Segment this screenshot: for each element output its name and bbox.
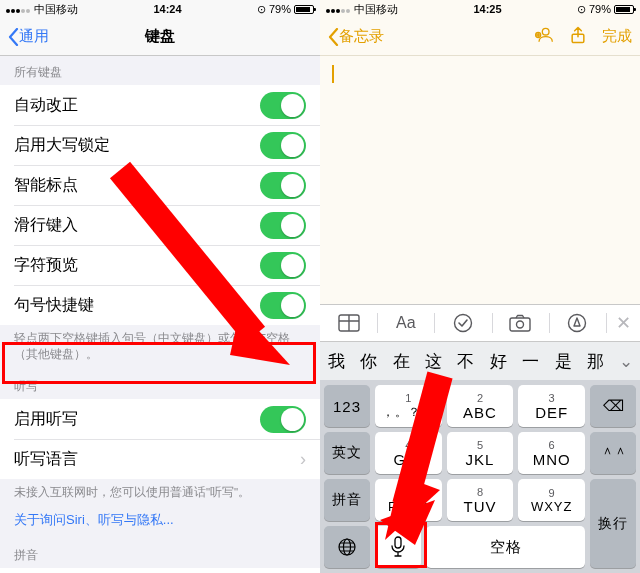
back-button[interactable]: 备忘录 xyxy=(328,27,384,46)
microphone-icon xyxy=(390,536,406,558)
key-jkl[interactable]: 5JKL xyxy=(447,432,514,474)
share-icon[interactable] xyxy=(568,25,588,48)
camera-icon[interactable] xyxy=(492,305,549,341)
keyboard-toolbar: Aa ✕ xyxy=(320,304,640,342)
label: 听写语言 xyxy=(14,449,78,470)
alarm-icon: ⊙ xyxy=(577,3,586,16)
label: 启用大写锁定 xyxy=(14,135,110,156)
globe-icon xyxy=(337,537,357,557)
row-dictation-language[interactable]: 听写语言› xyxy=(0,439,320,479)
keyboard: Aa ✕ 我 你 在 这 不 好 一 是 那 ⌄ 123 1，。？！ 2ABC … xyxy=(320,304,640,573)
key-123[interactable]: 123 xyxy=(324,385,370,427)
row-slide[interactable]: 滑行键入 xyxy=(0,205,320,245)
switch-on[interactable] xyxy=(260,406,306,433)
key-pinyin[interactable]: 拼音 xyxy=(324,479,370,521)
battery-pct: 79% xyxy=(589,3,611,15)
nav-bar: 通用 键盘 xyxy=(0,18,320,56)
key-dictation[interactable] xyxy=(375,526,421,568)
row-period[interactable]: 句号快捷键 xyxy=(0,285,320,325)
signal-icon xyxy=(326,3,351,15)
key-mno[interactable]: 6MNO xyxy=(518,432,585,474)
status-time: 14:25 xyxy=(473,3,501,15)
key-tuv[interactable]: 8TUV xyxy=(447,479,514,521)
candidate[interactable]: 你 xyxy=(352,350,384,373)
row-auto-correct[interactable]: 自动改正 xyxy=(0,85,320,125)
battery-icon xyxy=(614,5,634,14)
label: 滑行键入 xyxy=(14,215,78,236)
row-smart-punct[interactable]: 智能标点 xyxy=(0,165,320,205)
label: 智能标点 xyxy=(14,175,78,196)
status-time: 14:24 xyxy=(153,3,181,15)
candidate[interactable]: 不 xyxy=(450,350,482,373)
key-space[interactable]: 空格 xyxy=(426,526,585,568)
key-redo[interactable]: ＾＾ xyxy=(590,432,636,474)
group-footer-period: 轻点两下空格键插入句号（中文键盘）或句点与空格（其他键盘）。 xyxy=(0,325,320,370)
candidate[interactable]: 那 xyxy=(580,350,612,373)
switch-on[interactable] xyxy=(260,132,306,159)
row-preview[interactable]: 字符预览 xyxy=(0,245,320,285)
back-label: 通用 xyxy=(19,27,49,46)
settings-screen: 中国移动 14:24 ⊙79% 通用 键盘 所有键盘 自动改正 启用大写锁定 智… xyxy=(0,0,320,573)
markup-icon[interactable] xyxy=(549,305,606,341)
key-ghi[interactable]: 4GHI xyxy=(375,432,442,474)
key-pqrs[interactable]: 7PQRS xyxy=(375,479,442,521)
switch-on[interactable] xyxy=(260,292,306,319)
status-bar: 中国移动 14:25 ⊙79% xyxy=(320,0,640,18)
status-bar: 中国移动 14:24 ⊙79% xyxy=(0,0,320,18)
svg-point-4 xyxy=(455,315,472,332)
switch-on[interactable] xyxy=(260,252,306,279)
key-wxyz[interactable]: 9WXYZ xyxy=(518,479,585,521)
group-footer-dictation: 未接入互联网时，您可以使用普通话"听写"。 xyxy=(0,479,320,509)
battery-icon xyxy=(294,5,314,14)
checklist-icon[interactable] xyxy=(434,305,491,341)
svg-point-0 xyxy=(542,28,549,35)
candidate[interactable]: 一 xyxy=(515,350,547,373)
label: 字符预览 xyxy=(14,255,78,276)
battery-pct: 79% xyxy=(269,3,291,15)
table-icon[interactable] xyxy=(320,305,377,341)
text-format-button[interactable]: Aa xyxy=(377,305,434,341)
key-globe[interactable] xyxy=(324,526,370,568)
svg-rect-5 xyxy=(510,318,530,331)
carrier: 中国移动 xyxy=(354,2,398,17)
group-header-dictation: 听写 xyxy=(0,370,320,399)
switch-on[interactable] xyxy=(260,172,306,199)
expand-candidates-icon[interactable]: ⌄ xyxy=(612,351,640,372)
switch-on[interactable] xyxy=(260,92,306,119)
notes-screen: 中国移动 14:25 ⊙79% 备忘录 完成 Aa ✕ 我 你 在 这 不 好 xyxy=(320,0,640,573)
candidate[interactable]: 好 xyxy=(482,350,514,373)
svg-point-7 xyxy=(569,315,586,332)
done-button[interactable]: 完成 xyxy=(602,27,632,46)
carrier: 中国移动 xyxy=(34,2,78,17)
key-english[interactable]: 英文 xyxy=(324,432,370,474)
row-fuzzy-pinyin[interactable]: 模糊拼音› xyxy=(0,568,320,573)
key-enter[interactable]: 换行 xyxy=(590,479,636,568)
add-person-icon[interactable] xyxy=(534,25,554,48)
label: 启用听写 xyxy=(14,409,78,430)
key-delete[interactable]: ⌫ xyxy=(590,385,636,427)
key-punct[interactable]: 1，。？！ xyxy=(375,385,442,427)
group-header-all-keyboards: 所有键盘 xyxy=(0,56,320,85)
redo-icon: ＾＾ xyxy=(600,444,626,463)
back-label: 备忘录 xyxy=(339,27,384,46)
candidate[interactable]: 是 xyxy=(547,350,579,373)
close-keyboard-toolbar[interactable]: ✕ xyxy=(606,305,640,341)
text-cursor xyxy=(332,65,334,83)
candidate[interactable]: 我 xyxy=(320,350,352,373)
back-button[interactable]: 通用 xyxy=(8,27,49,46)
page-title: 键盘 xyxy=(145,27,175,46)
chevron-left-icon xyxy=(8,28,19,46)
row-caps-lock[interactable]: 启用大写锁定 xyxy=(0,125,320,165)
svg-point-6 xyxy=(517,321,524,328)
note-body[interactable] xyxy=(320,56,640,339)
switch-on[interactable] xyxy=(260,212,306,239)
row-enable-dictation[interactable]: 启用听写 xyxy=(0,399,320,439)
candidate[interactable]: 在 xyxy=(385,350,417,373)
candidate[interactable]: 这 xyxy=(417,350,449,373)
key-def[interactable]: 3DEF xyxy=(518,385,585,427)
key-abc[interactable]: 2ABC xyxy=(447,385,514,427)
chevron-left-icon xyxy=(328,28,339,46)
signal-icon xyxy=(6,3,31,15)
svg-rect-10 xyxy=(395,537,401,548)
privacy-link[interactable]: 关于询问Siri、听写与隐私... xyxy=(0,509,320,539)
